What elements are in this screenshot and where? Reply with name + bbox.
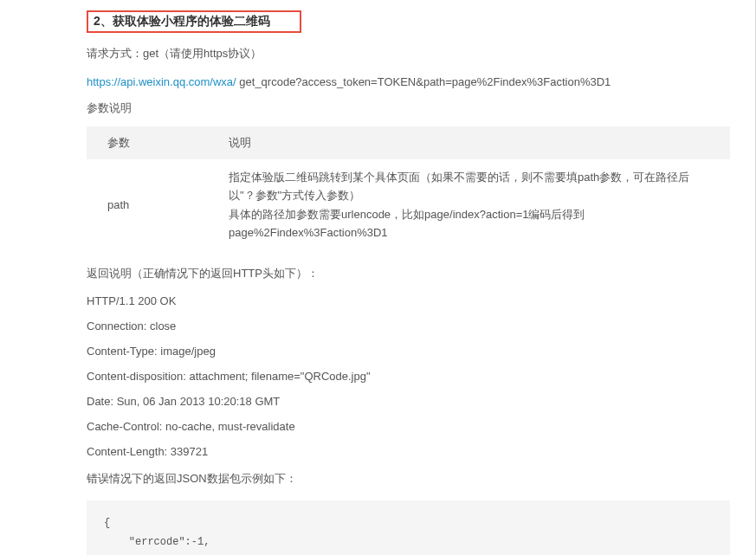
param-desc-line2: 具体的路径加参数需要urlencode，比如page/index?action=… [229,205,709,242]
return-label: 返回说明（正确情况下的返回HTTP头如下）： [87,265,730,283]
http-header-line: Content-Length: 339721 [87,445,730,458]
api-link[interactable]: https://api.weixin.qq.com/wxa/ [87,75,236,88]
http-header-line: Content-Type: image/jpeg [87,345,730,358]
request-method-text: 请求方式：get（请使用https协议） [87,45,730,63]
section-heading: 2、获取体验小程序的体验二维码 [87,10,301,33]
api-url-line: https://api.weixin.qq.com/wxa/ get_qrcod… [87,75,730,88]
http-header-line: Connection: close [87,319,730,332]
http-header-line: Cache-Control: no-cache, must-revalidate [87,420,730,433]
param-section-label: 参数说明 [87,100,730,116]
table-row: path 指定体验版二维码跳转到某个具体页面（如果不需要的话，则不需要填path… [87,159,730,251]
http-header-line: Content-disposition: attachment; filenam… [87,370,730,383]
error-code-block: { "errcode":-1, "errmsg":"system error" … [87,500,730,555]
http-header-line: Date: Sun, 06 Jan 2013 10:20:18 GMT [87,395,730,408]
param-desc-line1: 指定体验版二维码跳转到某个具体页面（如果不需要的话，则不需要填path参数，可在… [229,168,709,205]
param-name-cell: path [87,159,208,251]
http-header-line: HTTP/1.1 200 OK [87,294,730,307]
table-header-desc: 说明 [208,126,730,159]
error-label: 错误情况下的返回JSON数据包示例如下： [87,470,730,488]
param-desc-cell: 指定体验版二维码跳转到某个具体页面（如果不需要的话，则不需要填path参数，可在… [208,159,730,251]
api-rest-text: get_qrcode?access_token=TOKEN&path=page%… [236,75,611,88]
params-table: 参数 说明 path 指定体验版二维码跳转到某个具体页面（如果不需要的话，则不需… [87,126,730,251]
table-header-param: 参数 [87,126,208,159]
